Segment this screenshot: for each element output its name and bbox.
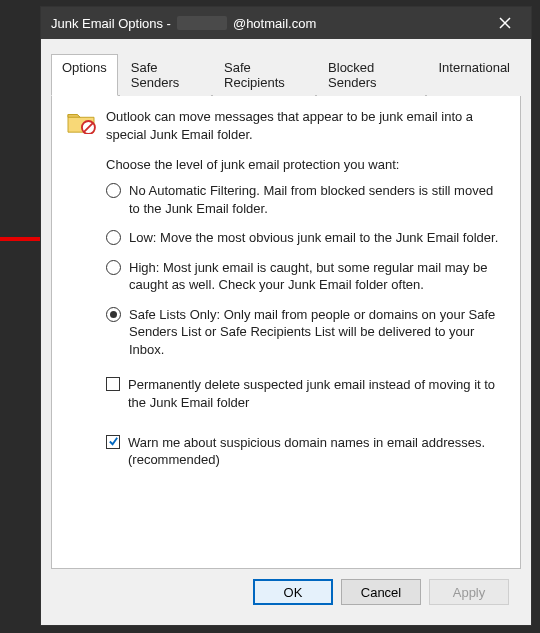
radio-label: No Automatic Filtering. Mail from blocke… bbox=[129, 182, 506, 217]
checkbox-warn-suspicious-domain[interactable]: Warn me about suspicious domain names in… bbox=[106, 434, 506, 469]
tab-international[interactable]: International bbox=[427, 54, 521, 96]
radio-icon bbox=[106, 307, 121, 322]
tab-safe-senders[interactable]: Safe Senders bbox=[120, 54, 211, 96]
checkbox-label: Permanently delete suspected junk email … bbox=[128, 376, 506, 411]
redacted-account bbox=[177, 16, 227, 30]
close-button[interactable] bbox=[489, 7, 521, 39]
window-title: Junk Email Options - @hotmail.com bbox=[51, 16, 316, 31]
titlebar[interactable]: Junk Email Options - @hotmail.com bbox=[41, 7, 531, 39]
options-checkgroup: Permanently delete suspected junk email … bbox=[106, 376, 506, 468]
checkbox-icon bbox=[106, 377, 120, 391]
ok-button[interactable]: OK bbox=[253, 579, 333, 605]
close-icon bbox=[499, 17, 511, 29]
tab-blocked-senders[interactable]: Blocked Senders bbox=[317, 54, 425, 96]
checkbox-permanently-delete[interactable]: Permanently delete suspected junk email … bbox=[106, 376, 506, 411]
intro-text: Outlook can move messages that appear to… bbox=[106, 108, 506, 143]
radio-high[interactable]: High: Most junk email is caught, but som… bbox=[106, 259, 506, 294]
radio-label: Safe Lists Only: Only mail from people o… bbox=[129, 306, 506, 359]
radio-label: High: Most junk email is caught, but som… bbox=[129, 259, 506, 294]
choose-level-label: Choose the level of junk email protectio… bbox=[106, 157, 506, 172]
title-account-suffix: @hotmail.com bbox=[233, 16, 316, 31]
radio-icon bbox=[106, 230, 121, 245]
radio-icon bbox=[106, 260, 121, 275]
radio-icon bbox=[106, 183, 121, 198]
checkbox-label: Warn me about suspicious domain names in… bbox=[128, 434, 506, 469]
title-prefix: Junk Email Options - bbox=[51, 16, 171, 31]
tab-safe-recipients[interactable]: Safe Recipients bbox=[213, 54, 315, 96]
radio-no-automatic-filtering[interactable]: No Automatic Filtering. Mail from blocke… bbox=[106, 182, 506, 217]
junk-folder-icon bbox=[66, 108, 96, 143]
protection-level-radiogroup: No Automatic Filtering. Mail from blocke… bbox=[106, 182, 506, 358]
cancel-button[interactable]: Cancel bbox=[341, 579, 421, 605]
radio-safe-lists-only[interactable]: Safe Lists Only: Only mail from people o… bbox=[106, 306, 506, 359]
checkbox-icon bbox=[106, 435, 120, 449]
tab-content-options: Outlook can move messages that appear to… bbox=[51, 95, 521, 569]
tab-options[interactable]: Options bbox=[51, 54, 118, 96]
radio-low[interactable]: Low: Move the most obvious junk email to… bbox=[106, 229, 506, 247]
dialog-button-row: OK Cancel Apply bbox=[51, 569, 521, 615]
junk-email-options-dialog: Junk Email Options - @hotmail.com Option… bbox=[40, 6, 532, 626]
radio-label: Low: Move the most obvious junk email to… bbox=[129, 229, 498, 247]
tabstrip: Options Safe Senders Safe Recipients Blo… bbox=[51, 54, 521, 96]
apply-button: Apply bbox=[429, 579, 509, 605]
